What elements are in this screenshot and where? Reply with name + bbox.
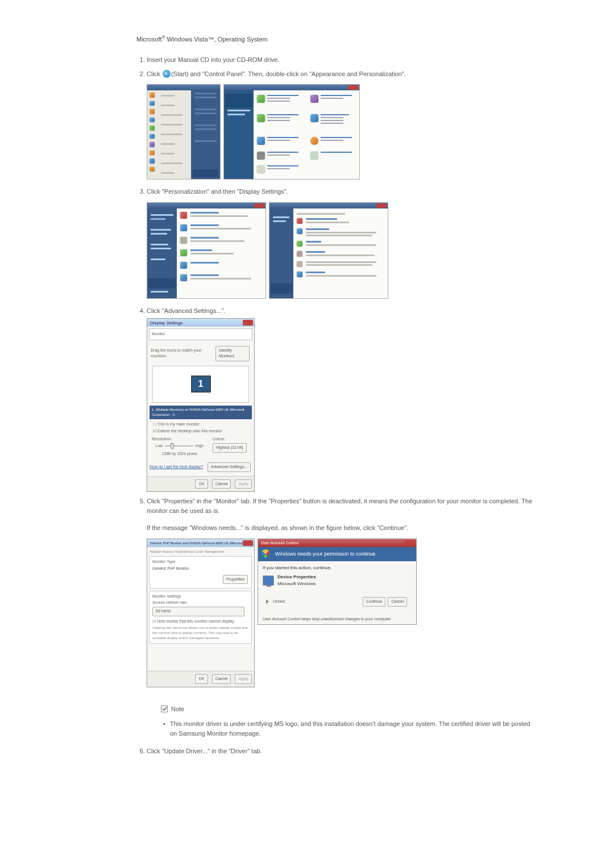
close-icon [405,540,415,546]
uac-cancel-button[interactable]: Cancel [388,597,407,607]
step-6: Click "Update Driver..." in the "Driver"… [147,746,534,756]
uac-started: If you started this action, continue. [263,565,412,571]
step-2: Click (Start) and "Control Panel". Then,… [147,69,534,183]
ds-tab: Monitor [149,328,252,340]
note-label: Note [171,704,184,714]
screenshot-display-settings: Display Settings Monitor Drag the icons … [147,318,255,492]
monitor-preview: 1 [152,366,249,403]
cb-extend: Extend the desktop onto this monitor [157,429,222,433]
start-icon [163,70,171,78]
step-2-text-a: Click [147,70,162,77]
mp-title: Generic PnP Monitor and NVIDIA GeForce 6… [150,541,252,545]
help-link[interactable]: How do I get the best display? [150,464,203,470]
slider-low: Low [155,443,163,449]
uac-ms: Microsoft Windows [277,581,316,587]
screenshot-monitor-properties: Generic PnP Monitor and NVIDIA GeForce 6… [147,539,255,687]
colors-label: Colors: [213,436,250,443]
step-4-text: Click "Advanced Settings...". [147,307,226,314]
note-bullet: This monitor driver is under certifying … [161,719,534,738]
cancel-button[interactable]: Cancel [212,674,231,684]
uac-banner-text: Windows needs your permission to continu… [275,551,377,557]
document-content: Microsoft® Windows Vista™, Operating Sys… [136,34,534,756]
step-4: Click "Advanced Settings...". Display Se… [147,306,534,493]
screenshot-personalization [147,202,266,299]
monitor-type-label: Monitor Type [152,559,249,565]
details-expand[interactable]: Details [273,599,285,605]
step-3: Click "Personalization" and then "Displa… [147,187,534,302]
screenshot-personalization-detail [269,202,388,299]
device-line: 1. (Multiple Monitors) on NVIDIA GeForce… [150,406,252,419]
step-6-text: Click "Update Driver..." in the "Driver"… [147,748,262,754]
screenshot-uac: User Account Control Windows needs your … [258,539,417,625]
step-1-text: Insert your Manual CD into your CD-ROM d… [147,56,280,63]
screenshot-start-menu [147,84,221,180]
apply-button[interactable]: Apply [235,479,252,489]
ds-title: Display Settings [150,320,182,326]
os-suffix: Windows Vista™, Operating System [165,36,268,43]
slider-high: High [196,443,204,449]
resolution-label: Resolution: [152,436,207,443]
screenshot-control-panel [223,84,360,180]
monitor-icon [263,575,274,586]
apply-button[interactable]: Apply [235,674,252,684]
step-3-text: Click "Personalization" and then "Displa… [147,188,288,195]
properties-button[interactable]: Properties [223,575,248,585]
shield-icon [262,549,269,558]
os-prefix: Microsoft [136,36,162,43]
refresh-select[interactable]: 60 Hertz [152,607,244,616]
close-icon [254,203,264,208]
advanced-button[interactable]: Advanced Settings... [208,462,251,472]
close-icon [376,203,387,208]
uac-device: Device Properties [277,574,316,581]
resolution-slider[interactable] [165,445,193,446]
hide-desc: Clearing this check box allows you to se… [152,625,249,641]
generic-text: Generic PnP Monitor [152,566,249,572]
identify-button[interactable]: Identify Monitors [215,346,250,361]
refresh-label: Screen refresh rate: [152,600,249,606]
ds-drag-text: Drag the icons to match your monitors. [151,348,214,360]
uac-topbar: User Account Control [258,539,301,548]
checkbox-icon [161,706,168,712]
uac-foot: User Account Control helps stop unauthor… [258,614,416,625]
step-5: Click "Properties" in the "Monitor" tab.… [147,496,534,738]
step-1: Insert your Manual CD into your CD-ROM d… [147,55,534,65]
step-5-text: Click "Properties" in the "Monitor" tab.… [147,498,532,514]
cancel-button[interactable]: Cancel [212,479,231,489]
colors-select[interactable]: Highest (32 bit) [213,443,247,453]
note-block: Note This monitor driver is under certif… [161,704,534,738]
steps-list: Insert your Manual CD into your CD-ROM d… [147,55,534,756]
monitor-settings-label: Monitor Settings [152,594,249,600]
ok-button[interactable]: OK [195,479,208,489]
close-icon [243,540,253,546]
resolution-value: 1280 by 1024 pixels [152,450,207,458]
continue-button[interactable]: Continue [363,597,385,607]
close-icon [243,320,253,326]
hide-cb: Hide modes that this monitor cannot disp… [157,619,234,623]
ok-button[interactable]: OK [195,674,208,684]
cb-main: This is my main monitor [157,422,200,426]
step-2-text-b: (Start) and "Control Panel". Then, doubl… [171,70,406,77]
close-icon [348,85,358,90]
monitor-1-icon: 1 [191,375,211,393]
os-heading: Microsoft® Windows Vista™, Operating Sys… [136,34,534,44]
mp-tabs: Adapter Monitor Troubleshoot Color Manag… [150,549,252,554]
step-5-sub: If the message "Windows needs..." is dis… [147,523,534,533]
